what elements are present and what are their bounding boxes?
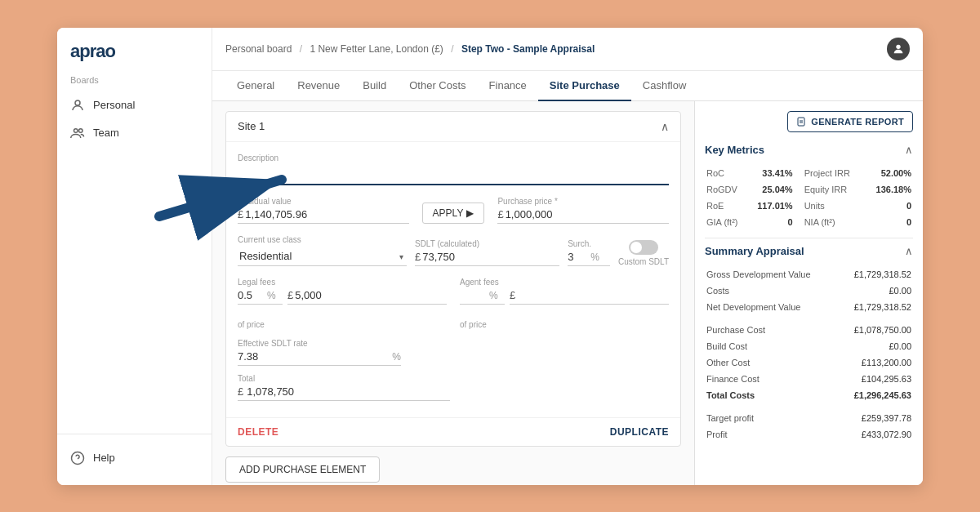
sidebar-help-label: Help [93,452,115,464]
use-class-select[interactable]: Residential [238,247,407,266]
effective-sdlt-label: Effective SDLT rate [238,339,669,348]
site-card-footer: DELETE DUPLICATE [226,417,680,446]
purchase-cost-label: Purchase Cost [706,323,837,337]
tab-other-costs[interactable]: Other Costs [398,71,477,101]
svg-point-0 [75,100,80,105]
sdlt-input-wrapper: £ [415,251,559,266]
summary-appraisal-collapse[interactable]: ∧ [905,245,913,257]
add-purchase-button[interactable]: ADD PURCHASE ELEMENT [225,456,380,483]
description-label: Description [238,154,669,163]
site-title: Site 1 [238,120,265,132]
help-icon [70,451,85,465]
apply-arrow-icon: ▶ [466,207,474,219]
appraisal-row-target-profit: Target profit £259,397.78 [706,411,911,425]
custom-sdlt-toggle-wrapper: Custom SDLT [618,240,669,266]
build-cost-value: £0.00 [839,339,911,354]
purchase-price-input[interactable] [506,208,669,220]
legal-fees-group: Legal fees % £ [238,278,447,305]
total-row: Total £ [238,374,669,401]
sidebar-item-team[interactable]: Team [57,119,212,147]
purchase-price-label: Purchase price * [497,197,669,206]
appraisal-row-finance-cost: Finance Cost £104,295.63 [706,372,911,386]
use-class-label: Current use class [238,235,407,244]
tab-revenue[interactable]: Revenue [286,71,351,101]
sidebar-personal-label: Personal [93,99,135,111]
sidebar-item-personal[interactable]: Personal [57,91,212,119]
breadcrumb-part1: Personal board [225,43,292,55]
target-profit-label: Target profit [706,411,837,425]
sdlt-currency: £ [415,251,421,263]
legal-pct-wrapper: % [238,289,283,305]
other-cost-value: £113,200.00 [839,355,911,370]
appraisal-row-profit: Profit £433,072.90 [706,427,911,442]
finance-cost-label: Finance Cost [706,372,837,386]
roe-label: RoE [706,198,746,213]
total-wrapper: £ [238,385,450,401]
surch-pct-symbol: % [590,252,599,263]
breadcrumb-part2: 1 New Fetter Lane, London (£) [310,43,443,55]
appraisal-row-ndv: Net Development Value £1,729,318.52 [706,300,911,314]
roe-value: 117.01% [748,198,793,213]
project-irr-value: 52.00% [866,166,911,180]
surch-input[interactable] [568,251,590,263]
surch-group: Surch. % [568,239,610,266]
effective-pct-symbol: % [392,351,401,363]
sdlt-input[interactable] [422,251,559,263]
tab-site-purchase[interactable]: Site Purchase [538,71,631,101]
profit-value: £433,072.90 [839,427,911,442]
residual-input[interactable] [245,208,408,220]
metric-row-rogdv-equity: RoGDV 25.04% Equity IRR 136.18% [706,182,911,197]
appraisal-row-costs: Costs £0.00 [706,283,911,298]
toggle-thumb [630,242,642,253]
tab-build[interactable]: Build [351,71,398,101]
legal-amount-input[interactable] [295,289,447,301]
total-currency: £ [238,385,243,398]
custom-sdlt-toggle[interactable] [629,240,658,255]
breadcrumb: Personal board / 1 New Fetter Lane, Lond… [225,43,595,55]
gdv-label: Gross Development Value [706,267,837,282]
collapse-icon[interactable]: ∧ [661,120,669,133]
breadcrumb-part3: Step Two - Sample Appraisal [461,43,595,55]
legal-currency: £ [287,289,293,301]
custom-sdlt-label: Custom SDLT [618,257,669,266]
total-input[interactable] [247,385,450,398]
agent-amount-input[interactable] [517,289,669,301]
total-costs-value: £1,296,245.63 [839,388,911,403]
nia-value: 0 [866,215,911,229]
sidebar-item-help[interactable]: Help [57,444,212,472]
summary-appraisal-header: Summary Appraisal ∧ [705,245,913,257]
tab-general[interactable]: General [225,71,286,101]
svg-point-2 [79,128,83,132]
key-metrics-header: Key Metrics ∧ [705,144,913,156]
use-class-select-wrapper: Residential [238,247,407,266]
team-icon [70,126,85,140]
description-input[interactable] [238,165,669,185]
purchase-input-wrapper: £ [497,208,669,224]
agent-pct-wrapper: % [460,289,505,305]
duplicate-button[interactable]: DUPLICATE [610,426,669,438]
delete-button[interactable]: DELETE [238,426,278,438]
residual-input-wrapper: £ [238,208,409,224]
agent-of-price: of price [460,320,487,329]
finance-cost-value: £104,295.63 [839,372,911,386]
app-container: aprao Boards Personal Team Help [57,28,923,485]
rogdv-value: 25.04% [748,182,793,197]
use-class-group: Current use class Residential [238,235,407,266]
appraisal-row-purchase-cost: Purchase Cost £1,078,750.00 [706,323,911,337]
person-icon [70,98,85,113]
effective-sdlt-input[interactable] [238,350,392,363]
generate-report-button[interactable]: GENERATE REPORT [787,111,913,132]
agent-pct-input[interactable] [460,289,489,301]
units-value: 0 [866,198,911,213]
tab-cashflow[interactable]: Cashflow [631,71,697,101]
main-content: Personal board / 1 New Fetter Lane, Lond… [212,28,923,485]
apply-button[interactable]: APPLY ▶ [422,203,485,224]
key-metrics-collapse[interactable]: ∧ [905,144,913,156]
content-body: Site 1 ∧ Description Residual value [212,101,923,485]
boards-label: Boards [57,75,212,91]
legal-pct-input[interactable] [238,289,267,301]
report-icon [796,117,806,127]
tab-finance[interactable]: Finance [478,71,538,101]
summary-appraisal-title: Summary Appraisal [705,245,804,257]
user-avatar[interactable] [887,38,910,60]
